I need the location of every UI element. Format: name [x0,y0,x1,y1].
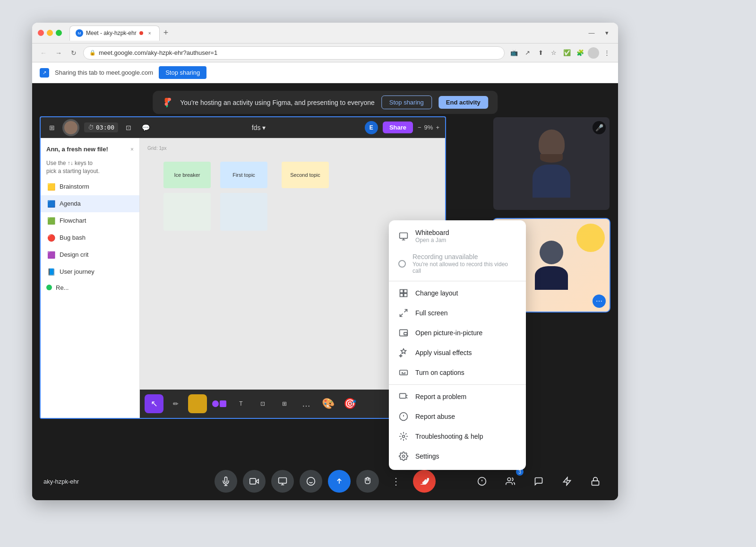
zoom-level: 9% [424,124,433,131]
settings-icon [398,451,409,461]
share-page-icon[interactable]: ↗ [522,47,533,59]
end-activity-button[interactable]: End activity [438,96,488,109]
figma-comment-icon[interactable]: 💬 [139,122,153,133]
dropdown-effects[interactable]: Apply visual effects [389,343,526,363]
mic-button[interactable] [215,470,237,493]
dropdown-change-layout[interactable]: Change layout [389,283,526,303]
tab-favicon: M [76,29,83,37]
figma-sidebar: Ann, a fresh new file! × Use the ↑↓ keys… [41,138,140,418]
sharing-icon: ↗ [40,68,49,78]
window-minimize-icon[interactable]: — [586,27,597,39]
close-window-button[interactable] [38,30,44,36]
fullscreen-label: Full screen [415,309,447,317]
figma-item-brainstorm[interactable]: 🟨 Brainstorm [41,178,139,195]
whiteboard-content: Whiteboard Open a Jam [415,229,449,243]
figma-item-userjourney[interactable]: 📘 User journey [41,263,139,280]
user-avatar[interactable] [588,47,599,59]
figma-pen-tool[interactable]: ✏ [166,394,185,413]
dropdown-pip[interactable]: Open picture-in-picture [389,323,526,343]
effects-label: Apply visual effects [415,349,472,356]
figma-home-icon[interactable]: ⊞ [46,122,58,133]
grid-label: Grid: 1px [147,146,167,151]
fullscreen-icon [398,308,409,318]
figma-item-label: Flowchart [60,217,86,224]
dropdown-captions[interactable]: Turn on captions [389,363,526,382]
report-problem-icon [398,391,409,402]
meet-call-id: aky-hzpk-ehr [43,478,215,485]
sticky-icebreaker[interactable]: Ice breaker [163,162,211,188]
figma-notes-tool[interactable] [188,394,207,413]
dropdown-whiteboard[interactable]: Whiteboard Open a Jam [389,224,526,248]
video-more-button[interactable]: ⋯ [593,295,606,308]
zoom-out-icon[interactable]: − [418,124,421,131]
address-bar[interactable]: 🔒 meet.google.com/aky-hzpk-ehr?authuser=… [83,46,505,60]
meet-right-controls: 3 [436,470,607,493]
dropdown-troubleshooting[interactable]: Troubleshooting & help [389,426,526,446]
reload-button[interactable]: ↻ [68,47,79,59]
dropdown-settings[interactable]: Settings [389,446,526,466]
maximize-window-button[interactable] [56,30,62,36]
figma-item-bugbash[interactable]: 🔴 Bug bash [41,229,139,246]
lock-icon: 🔒 [89,50,96,56]
figma-subtitle: Use the ↑↓ keys topick a starting layout… [41,156,139,178]
raise-hand-button[interactable] [356,470,379,493]
sticky-secondtopic[interactable]: Second topic [282,162,329,188]
figma-more-tools[interactable]: … [297,394,316,413]
figma-shape-tool[interactable] [210,394,229,413]
figma-user-e: E [365,121,378,134]
figma-select-tool[interactable]: ↖ [145,394,163,413]
window-controls-icon[interactable]: ▾ [601,27,612,39]
chat-button[interactable] [527,470,550,493]
figma-item-designcrit[interactable]: 🟪 Design crit [41,246,139,263]
emoji-button[interactable] [300,470,322,493]
info-button[interactable] [471,470,493,493]
activities-panel-button[interactable] [556,470,578,493]
figma-canvas-body: Ann, a fresh new file! × Use the ↑↓ keys… [41,138,445,418]
figma-table-tool[interactable]: ⊞ [275,394,294,413]
figma-item-flowchart[interactable]: 🟩 Flowchart [41,212,139,229]
end-call-button[interactable] [413,470,436,493]
figma-item-agenda[interactable]: 🟦 Agenda [41,195,139,212]
tab-close-button[interactable]: × [146,29,154,37]
active-tab[interactable]: M Meet - aky-hzpk-ehr × [69,26,160,41]
stop-sharing-button[interactable]: Stop sharing [381,96,432,109]
captions-label: Turn on captions [415,369,464,376]
camera-button[interactable] [243,470,266,493]
dropdown-fullscreen[interactable]: Full screen [389,303,526,323]
svg-rect-15 [400,393,406,398]
change-layout-label: Change layout [415,289,458,297]
activity-text: You're hosting an activity using Figma, … [180,99,375,106]
forward-button[interactable]: → [53,47,64,59]
figma-layout-icon[interactable]: ⊡ [123,122,134,133]
dropdown-menu: Whiteboard Open a Jam Recording unavaila… [389,220,526,470]
download-icon[interactable]: ⬆ [535,47,546,59]
sticky-firsttopic[interactable]: First topic [220,162,267,188]
zoom-in-icon[interactable]: + [436,124,439,131]
figma-close-panel-icon[interactable]: × [130,146,134,153]
dropdown-report-problem[interactable]: Report a problem [389,387,526,407]
pip-label: Open picture-in-picture [415,329,482,337]
figma-frame-tool[interactable]: ⊡ [253,394,272,413]
meet-content: You're hosting an activity using Figma, … [32,83,618,500]
sharing-stop-button[interactable]: Stop sharing [159,66,206,79]
figma-item-re[interactable]: Re... [41,280,139,295]
new-tab-button[interactable]: + [163,28,169,38]
figma-emoji-tool[interactable]: 🎨 [318,394,337,413]
figma-extra-tool[interactable]: 🎯 [340,394,359,413]
figma-new-file-title: Ann, a fresh new file! [46,146,108,153]
activity-button[interactable] [328,470,351,493]
present-button[interactable] [271,470,294,493]
figma-item-label: Brainstorm [60,183,89,190]
cast-icon[interactable]: 📺 [508,47,520,59]
figma-text-tool[interactable]: T [232,394,250,413]
dropdown-report-abuse[interactable]: Report abuse [389,407,526,426]
extensions-icon[interactable]: 🧩 [575,47,586,59]
figma-share-button[interactable]: Share [383,122,413,133]
back-button[interactable]: ← [38,47,49,59]
lock-button[interactable] [584,470,607,493]
chrome-menu-icon[interactable]: ⋮ [601,47,612,59]
minimize-window-button[interactable] [47,30,53,36]
svg-point-30 [307,478,315,486]
bookmark-icon[interactable]: ☆ [548,47,559,59]
more-options-button[interactable]: ⋮ [385,470,407,493]
